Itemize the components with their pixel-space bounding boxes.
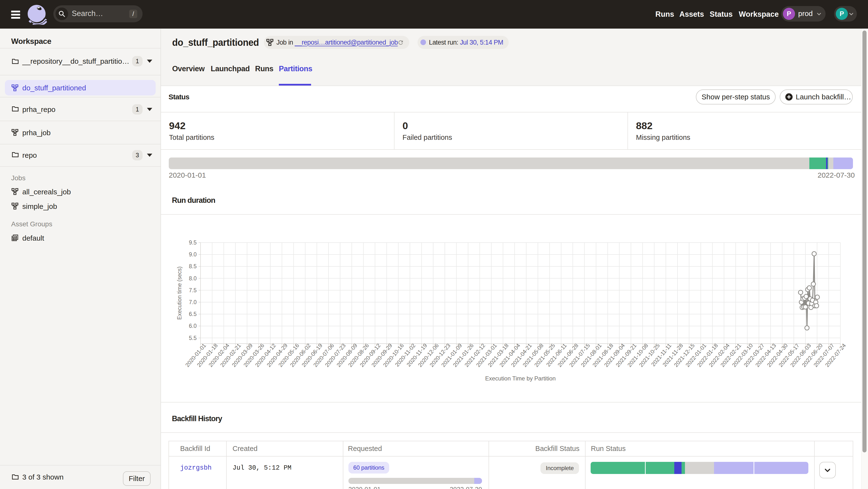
svg-text:8.5: 8.5 [189, 263, 197, 269]
svg-text:Execution time (secs): Execution time (secs) [176, 266, 183, 320]
svg-text:7.5: 7.5 [189, 287, 197, 293]
svg-text:5.5: 5.5 [189, 335, 197, 341]
svg-text:9.0: 9.0 [189, 251, 197, 258]
svg-text:7.0: 7.0 [189, 299, 197, 305]
svg-text:Execution Time by Partition: Execution Time by Partition [485, 375, 556, 382]
svg-text:6.5: 6.5 [189, 311, 197, 317]
svg-text:8.0: 8.0 [189, 275, 197, 282]
svg-text:9.5: 9.5 [189, 239, 197, 246]
svg-text:6.0: 6.0 [189, 323, 197, 329]
